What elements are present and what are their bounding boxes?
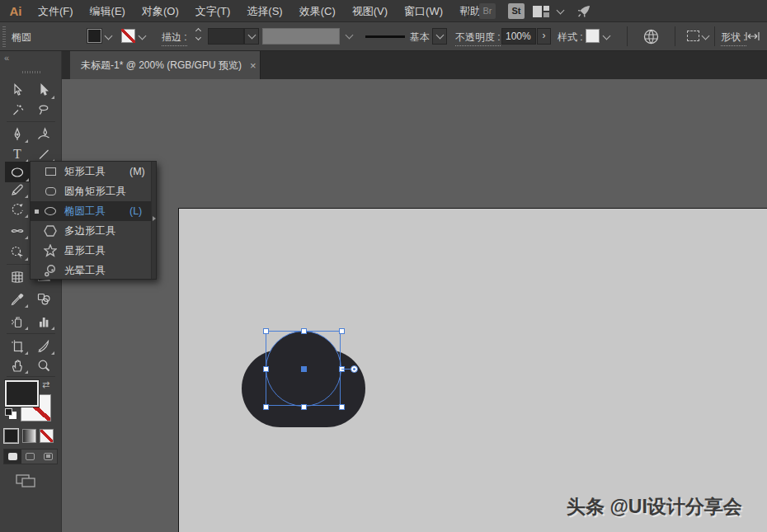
toolbar-grip[interactable] bbox=[22, 71, 42, 73]
chevron-down-icon bbox=[247, 31, 256, 40]
brush-definition-label[interactable]: 基本 bbox=[410, 31, 430, 45]
pen-tool[interactable] bbox=[6, 125, 29, 144]
draw-behind-button[interactable] bbox=[21, 450, 39, 464]
width-tool[interactable] bbox=[6, 221, 29, 240]
none-mode-button[interactable] bbox=[40, 429, 54, 443]
pie-widget-handle[interactable] bbox=[351, 365, 358, 373]
opacity-input[interactable] bbox=[501, 28, 536, 45]
menu-file[interactable]: 文件(F) bbox=[30, 0, 82, 22]
fill-chevron-icon[interactable] bbox=[105, 32, 113, 40]
flare-icon bbox=[42, 264, 59, 277]
brush-definition-dropdown[interactable] bbox=[432, 28, 447, 45]
style-chevron-icon[interactable] bbox=[603, 32, 611, 40]
shape-builder-tool[interactable] bbox=[6, 242, 29, 261]
options-separator bbox=[675, 26, 675, 46]
fill-color-control[interactable] bbox=[5, 380, 39, 407]
hand-tool[interactable] bbox=[6, 355, 29, 374]
selection-tool[interactable] bbox=[6, 81, 29, 100]
menu-help[interactable]: 帮助(H) bbox=[451, 0, 504, 22]
curvature-tool[interactable] bbox=[32, 125, 55, 144]
stroke-weight-dropdown[interactable] bbox=[244, 28, 259, 45]
stock-badge[interactable]: St bbox=[508, 3, 525, 19]
style-swatch[interactable] bbox=[586, 29, 600, 43]
options-separator bbox=[627, 26, 628, 46]
recolor-artwork-icon[interactable] bbox=[643, 29, 659, 48]
align-chevron-icon[interactable] bbox=[702, 32, 710, 40]
color-mode-button[interactable] bbox=[4, 429, 18, 443]
workspace-switcher-icon[interactable] bbox=[533, 6, 549, 21]
default-fill-stroke-icon[interactable] bbox=[5, 408, 16, 419]
menu-edit[interactable]: 编辑(E) bbox=[82, 0, 134, 22]
workspace-chevron-icon[interactable] bbox=[557, 7, 565, 15]
handle-bottom-center[interactable] bbox=[301, 404, 307, 410]
stroke-panel-link[interactable]: 描边 : bbox=[162, 31, 187, 46]
opacity-arrow-button[interactable]: › bbox=[537, 28, 551, 45]
handle-top-left[interactable] bbox=[263, 328, 269, 334]
chevron-down-icon bbox=[435, 31, 444, 40]
rotate-tool[interactable] bbox=[6, 200, 29, 219]
handle-top-right[interactable] bbox=[339, 328, 345, 334]
polygon-icon bbox=[42, 224, 59, 238]
align-options-icon[interactable] bbox=[687, 31, 699, 41]
flyout-item-star-tool[interactable]: 星形工具 bbox=[31, 241, 151, 261]
handle-middle-left[interactable] bbox=[263, 366, 269, 372]
flyout-item-polygon-tool[interactable]: 多边形工具 bbox=[31, 221, 151, 241]
stroke-color-none-swatch[interactable] bbox=[121, 29, 135, 43]
type-tool-glyph: T bbox=[13, 148, 21, 161]
slice-tool[interactable] bbox=[32, 337, 55, 355]
symbol-sprayer-tool[interactable] bbox=[6, 312, 29, 331]
menu-object[interactable]: 对象(O) bbox=[134, 0, 187, 22]
type-tool[interactable]: T bbox=[6, 144, 29, 163]
tab-close-icon[interactable]: × bbox=[250, 60, 256, 71]
menu-select[interactable]: 选择(S) bbox=[238, 0, 290, 22]
bridge-badge[interactable]: Br bbox=[479, 3, 496, 19]
blend-tool[interactable] bbox=[32, 290, 55, 308]
flyout-tearoff-strip[interactable] bbox=[151, 162, 156, 279]
fill-color-swatch[interactable] bbox=[87, 29, 101, 43]
mesh-tool[interactable] bbox=[6, 267, 29, 286]
handle-bottom-right[interactable] bbox=[339, 404, 345, 410]
zoom-tool[interactable] bbox=[32, 355, 55, 374]
direct-selection-tool[interactable] bbox=[32, 81, 55, 100]
menu-window[interactable]: 窗口(W) bbox=[396, 0, 451, 22]
center-point-handle[interactable] bbox=[301, 366, 307, 372]
artboard-tool[interactable] bbox=[6, 337, 29, 355]
screen-mode-button[interactable] bbox=[15, 473, 38, 492]
illustrator-window: Ai 文件(F) 编辑(E) 对象(O) 文字(T) 选择(S) 效果(C) 视… bbox=[0, 0, 767, 532]
arrow-right-icon: › bbox=[543, 30, 546, 41]
opacity-panel-link[interactable]: 不透明度 : bbox=[455, 31, 501, 46]
draw-normal-button[interactable] bbox=[4, 450, 21, 464]
selection-bounding-box[interactable] bbox=[266, 331, 341, 406]
flyout-item-flare-tool[interactable]: 光晕工具 bbox=[31, 261, 151, 280]
flyout-item-ellipse-tool[interactable]: 椭圆工具 (L) bbox=[31, 201, 151, 221]
handle-top-center[interactable] bbox=[301, 328, 307, 334]
pencil-tool[interactable] bbox=[6, 180, 29, 199]
magic-wand-tool[interactable] bbox=[6, 101, 29, 120]
lasso-tool[interactable] bbox=[32, 101, 55, 120]
eyedropper-tool[interactable] bbox=[6, 290, 29, 308]
draw-inside-button[interactable] bbox=[40, 450, 57, 464]
stepper-down-icon[interactable] bbox=[195, 35, 201, 40]
menu-view[interactable]: 视图(V) bbox=[344, 0, 396, 22]
stroke-chevron-icon[interactable] bbox=[139, 32, 147, 40]
collapse-panel-button[interactable]: « bbox=[4, 53, 8, 63]
shape-width-icon[interactable] bbox=[745, 30, 760, 46]
handle-bottom-left[interactable] bbox=[263, 404, 269, 410]
document-tab[interactable]: 未标题-1* @ 200% (RGB/GPU 预览) × bbox=[70, 51, 261, 79]
stroke-weight-stepper[interactable] bbox=[196, 29, 200, 40]
flyout-item-rounded-rectangle-tool[interactable]: 圆角矩形工具 bbox=[31, 181, 151, 201]
stroke-weight-input[interactable] bbox=[208, 28, 244, 45]
shape-label[interactable]: 形状 : bbox=[721, 31, 746, 46]
stepper-up-icon[interactable] bbox=[195, 28, 201, 34]
swap-fill-stroke-icon[interactable]: ⇄ bbox=[42, 379, 49, 390]
menu-effect[interactable]: 效果(C) bbox=[291, 0, 344, 22]
canvas-area[interactable]: 头条 @UI设计分享会 bbox=[62, 79, 767, 532]
gradient-mode-button[interactable] bbox=[22, 429, 36, 443]
toolbar-header: « bbox=[0, 51, 62, 79]
share-rocket-icon[interactable] bbox=[576, 3, 592, 23]
menu-type[interactable]: 文字(T) bbox=[187, 0, 239, 22]
control-bar-grip[interactable] bbox=[2, 26, 6, 47]
document-tab-bar: « 未标题-1* @ 200% (RGB/GPU 预览) × bbox=[0, 51, 767, 79]
column-graph-tool[interactable] bbox=[32, 312, 55, 331]
flyout-item-rectangle-tool[interactable]: 矩形工具 (M) bbox=[31, 162, 151, 181]
